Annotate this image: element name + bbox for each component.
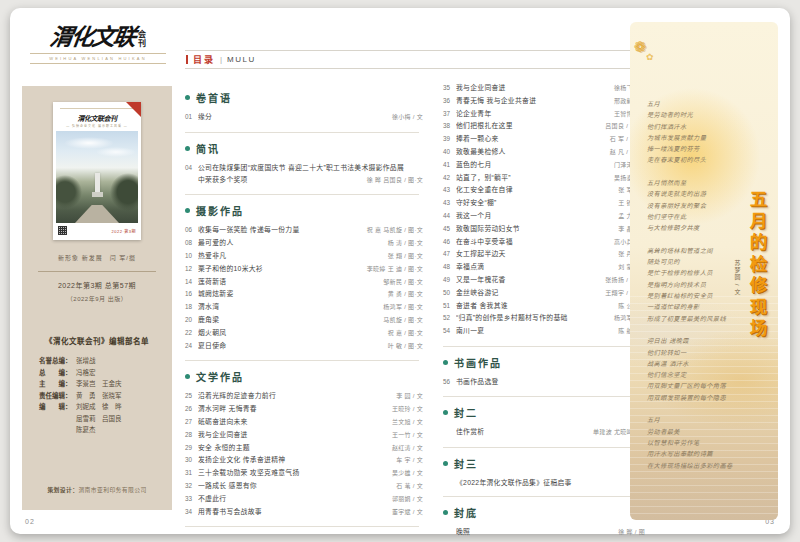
toc-item-number: 38 (443, 120, 456, 132)
toc-item: 14莲荷新语邹新民 / 图·文 (185, 276, 423, 289)
toc-item-credit: 邹新民 / 图·文 (379, 277, 423, 289)
section-title: 文学作品 (196, 369, 244, 384)
staff-row: 名誉总编：张增战 (39, 355, 172, 367)
toc-item-title: 沿着光辉的足迹奋力前行 (198, 390, 392, 402)
toc-item-number: 12 (185, 263, 198, 275)
section-bullet-icon (443, 510, 448, 515)
logo-subtitle: 会 刊 (138, 30, 146, 48)
toc-item: 45致敬国际劳动妇女节李 晶 / 文 (443, 223, 645, 236)
toc-item-number: 54 (443, 325, 456, 337)
section-header: 封三 (443, 456, 645, 471)
toc-item-number: 44 (443, 210, 456, 222)
toc-item-number: 26 (185, 403, 198, 415)
toc-item-title: “归真”的创作是乡村题材写作的基础 (456, 312, 610, 324)
toc-item-title: 书画作品选登 (456, 376, 641, 388)
toc-item-title: 鹿角梁 (198, 314, 379, 326)
poem-line: 五月 (647, 98, 733, 109)
toc-item-number: 18 (185, 301, 198, 313)
poem-line: 捧一缕浅夏的芬芳 (647, 143, 733, 154)
poem-line: 高耸的塔林和管道之间 (647, 245, 733, 256)
toc-item: 50金丝峡谷游记王翔宇 / 文·图 (443, 287, 645, 300)
section-title: 简讯 (196, 141, 220, 156)
section-bullet-icon (185, 95, 190, 100)
staff-row: 陈夏杰 (39, 424, 172, 436)
staff-role-label (39, 424, 76, 436)
toc-item-credit: 吴少雄 / 文 (388, 468, 423, 480)
toc-item: 49又是一年槐花香张扬扬 / 文·图 (443, 274, 645, 287)
toc-item-title: 夏日使命 (198, 340, 384, 352)
toc-item: 16城阙炫新姿黄 勇 / 图·文 (185, 288, 423, 301)
toc-item-title: 砥砺奋进向未来 (198, 416, 388, 428)
toc-item: 18渭水湾杨鸿军 / 图·文 (185, 301, 423, 314)
toc-item-title: 一路成长 感恩有你 (198, 480, 392, 492)
toc-item-credit: 石 苇 / 文 (392, 481, 423, 493)
staff-names: 屈雪莉 吕国良 (76, 413, 122, 425)
toc-item: 24夏日使命叶 敏 / 图·文 (185, 340, 423, 353)
toc-item-title: 缘分 (198, 111, 388, 123)
toc-item-title: 中荣获多个奖项 (198, 174, 363, 186)
toc-item-number: 22 (185, 327, 198, 339)
toc-item-number: 30 (185, 454, 198, 466)
toc-item-number: 36 (443, 95, 456, 107)
toc-item-title: 我这一个月 (456, 210, 614, 222)
toc-item-credit: 徐小梅 / 文 (388, 112, 423, 124)
staff-role-label: 总 编： (39, 367, 76, 379)
issue-divider (38, 271, 156, 272)
poem-line: 五月悄然而至 (647, 177, 733, 188)
toc-item: 08最可爱的人杨 涛 / 图·文 (185, 237, 423, 250)
staff-role-label (39, 413, 76, 425)
toc-item-number: 43 (443, 197, 456, 209)
toc-item-title: 晚照 (456, 526, 614, 538)
toc-item-title: 青春无悔 我与企业共奋进 (456, 95, 610, 107)
section-header: 封二 (443, 405, 645, 420)
section-divider (443, 346, 641, 347)
toc-item: 01缘分徐小梅 / 文 (185, 111, 423, 124)
poem-line: 迎日出 送晚霞 (647, 335, 733, 346)
toc-item: 39捧着一颗心来石 军 / 文·图 (443, 133, 645, 146)
toc-item-number: 08 (185, 237, 198, 249)
tree-shape (110, 173, 138, 211)
poem-line: 他们挥洒汗水 (647, 121, 733, 132)
staff-names: 黄 勇 张晓军 (76, 390, 122, 402)
poem-line: 没有亲朋好友的聚会 (647, 200, 733, 211)
toc-item-number: 33 (185, 493, 198, 505)
staff-names: 冯格宏 (76, 367, 96, 379)
page-number-left: 02 (25, 518, 35, 525)
toc-item-title: 三十余载功勋荣 攻坚克难意气扬 (198, 467, 388, 479)
toc-item-title: 热爱非凡 (198, 250, 384, 262)
cover-footer: 2022·第3期 (56, 226, 138, 235)
staff-row: 总 编：冯格宏 (39, 367, 172, 379)
toc-item-number: 39 (443, 133, 456, 145)
toc-item-credit: 杨 涛 / 图·文 (384, 238, 423, 250)
poem-line: 用汗水写出奉献的诗篇 (647, 448, 733, 459)
toc-item-number: 49 (443, 274, 456, 286)
cover-photo (56, 131, 138, 223)
toc-item-number: 34 (185, 506, 198, 518)
toc-item-credit: 李晓婷 王 迪 / 图·文 (363, 264, 423, 276)
poem-body: 五月是劳动者的时光他们挥洒汗水为城市发展贡献力量捧一缕浅夏的芬芳走在春末夏初的尽… (647, 98, 733, 471)
toc-item-title: 守好安全“棚” (456, 197, 614, 209)
toc-column-1: 卷首语01缘分徐小梅 / 文简讯04公司在陕煤集团“欢度国庆节 喜迎二十大”职工… (185, 82, 441, 542)
toc-item-number: 51 (443, 300, 456, 312)
poem-line: 他们轮转如一 (647, 347, 733, 358)
poem-line: 为城市发展贡献力量 (647, 132, 733, 143)
toc-item: 43化工安全重在自律张 军 / 文 (443, 184, 645, 197)
toc-item-number: 37 (443, 108, 456, 120)
toc-item-credit: 王一竹 / 文 (388, 430, 423, 442)
toc-item: 44我这一个月孟 力 / 文 (443, 210, 645, 223)
toc-item-number: 14 (185, 276, 198, 288)
section-bullet-icon (443, 461, 448, 466)
section-divider (185, 526, 419, 527)
toc-item-number: 01 (185, 111, 198, 123)
toc-item-number: 42 (443, 172, 456, 184)
editorial-staff-list: 名誉总编：张增战总 编：冯格宏主 编：李景岂 王金庆责任编辑：黄 勇 张晓军编 … (39, 355, 172, 436)
section-divider (443, 496, 641, 497)
toc-item-credit: 祝 嘉 马凯旋 / 图·文 (363, 225, 423, 237)
poem-line: 以智慧和辛劳作笔 (647, 437, 733, 448)
section-header: 书画作品 (443, 355, 645, 370)
toc-item: 35我与企业同奋进徐杨飞 / 文 (443, 82, 645, 95)
toc-title-chinese: 目录 (193, 53, 215, 66)
toc-columns: 卷首语01缘分徐小梅 / 文简讯04公司在陕煤集团“欢度国庆节 喜迎二十大”职工… (185, 82, 645, 542)
toc-item: 06收集每一张笑脸 传递每一份力量祝 嘉 马凯旋 / 图·文 (185, 224, 423, 237)
toc-item-title: 最可爱的人 (198, 237, 384, 249)
